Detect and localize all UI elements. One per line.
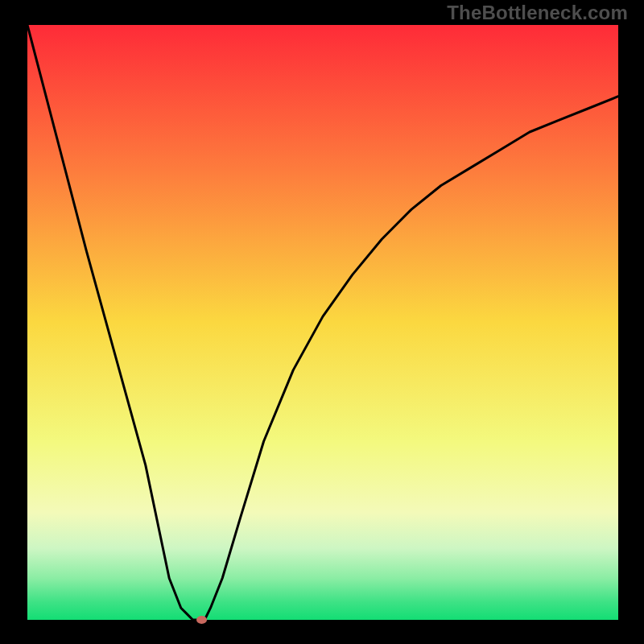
optimum-marker bbox=[196, 616, 207, 624]
plot-background bbox=[27, 25, 618, 620]
chart-frame: TheBottleneck.com bbox=[0, 0, 644, 644]
bottleneck-chart bbox=[0, 0, 644, 644]
